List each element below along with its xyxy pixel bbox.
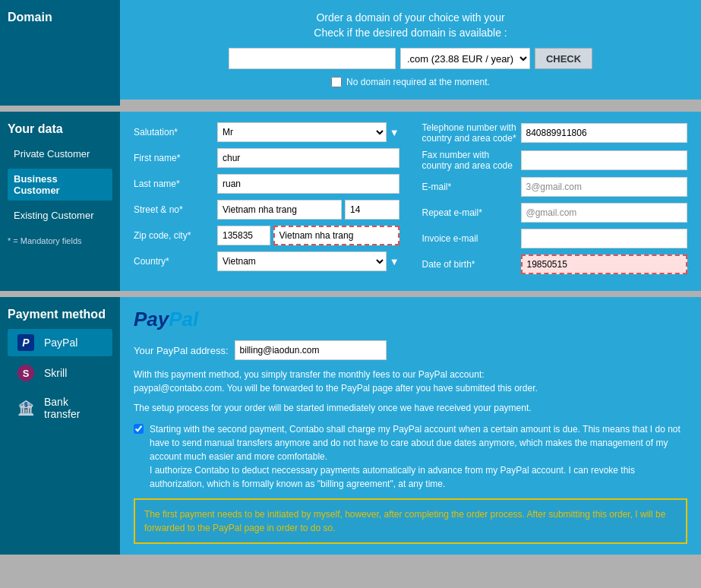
payment-nav-paypal[interactable]: P PayPal xyxy=(8,329,112,356)
first-payment-notice: The first payment needs to be initiated … xyxy=(134,498,687,544)
paypal-desc1: With this payment method, you simply tra… xyxy=(134,368,687,395)
fax-label: Fax number with country and area code xyxy=(422,150,521,171)
country-select[interactable]: Vietnam xyxy=(217,251,387,271)
country-row: Country* Vietnam ▼ xyxy=(134,251,399,271)
street-row: Street & no* xyxy=(134,200,399,220)
invoice-email-input[interactable] xyxy=(521,229,688,248)
sidebar-item-private[interactable]: Private Customer xyxy=(8,144,112,164)
phone-label: Telephone number with country and area c… xyxy=(422,122,521,144)
fax-row: Fax number with country and area code xyxy=(422,150,688,171)
country-label: Country* xyxy=(134,256,217,267)
auto-charge-text: Starting with the second payment, Contab… xyxy=(150,422,687,491)
city-input[interactable] xyxy=(273,226,399,245)
mandatory-note: * = Mandatory fields xyxy=(8,236,112,245)
firstname-input[interactable] xyxy=(217,148,399,168)
repeat-email-row: Repeat e-mail* xyxy=(422,203,688,223)
salutation-label: Salutation* xyxy=(134,127,217,138)
domain-extension-select[interactable]: .com (23.88 EUR / year) .net (14.99 EUR … xyxy=(400,48,530,69)
payment-sidebar: Payment method P PayPal S Skrill 🏦 Bank … xyxy=(0,297,120,555)
lastname-input[interactable] xyxy=(217,174,399,194)
zip-label: Zip code, city* xyxy=(134,230,217,241)
paypal-logo: PayPal xyxy=(134,308,687,331)
sidebar-item-existing[interactable]: Existing Customer xyxy=(8,205,112,226)
email-input[interactable] xyxy=(521,177,688,197)
dob-input[interactable] xyxy=(521,254,688,274)
zip-input[interactable] xyxy=(217,226,270,245)
paypal-desc2: The setup process for your order will be… xyxy=(134,401,687,415)
domain-heading: Order a domain of your choice with your … xyxy=(134,11,687,40)
phone-row: Telephone number with country and area c… xyxy=(422,122,688,144)
salutation-arrow: ▼ xyxy=(390,127,399,138)
email-label: E-mail* xyxy=(422,182,521,192)
domain-main: Order a domain of your choice with your … xyxy=(120,0,701,100)
firstname-label: First name* xyxy=(134,153,217,163)
phone-input[interactable] xyxy=(521,123,688,143)
no-domain-label: No domain required at the moment. xyxy=(346,77,490,87)
zip-row: Zip code, city* xyxy=(134,226,399,245)
no-domain-checkbox[interactable] xyxy=(331,77,342,87)
form-left-col: Salutation* Mr Mrs ▼ First name* Last na… xyxy=(134,122,399,280)
your-data-title: Your data xyxy=(8,122,112,136)
bank-nav-label: Bank transfer xyxy=(44,396,105,420)
dob-row: Date of birth* xyxy=(422,254,688,274)
invoice-email-row: Invoice e-mail xyxy=(422,229,688,248)
paypal-address-input[interactable] xyxy=(235,340,387,360)
payment-nav-skrill[interactable]: S Skrill xyxy=(8,359,112,387)
salutation-select[interactable]: Mr Mrs xyxy=(217,122,387,142)
repeat-email-label: Repeat e-mail* xyxy=(422,207,521,218)
country-arrow: ▼ xyxy=(390,256,399,267)
sidebar-item-business[interactable]: Business Customer xyxy=(8,169,112,201)
auto-charge-checkbox[interactable] xyxy=(134,424,144,434)
your-data-main: Salutation* Mr Mrs ▼ First name* Last na… xyxy=(120,112,701,291)
domain-sidebar: Domain xyxy=(0,0,120,106)
invoice-email-label: Invoice e-mail xyxy=(422,233,521,244)
no-domain-row: No domain required at the moment. xyxy=(134,77,687,87)
auto-charge-row: Starting with the second payment, Contab… xyxy=(134,422,687,491)
domain-search-row: .com (23.88 EUR / year) .net (14.99 EUR … xyxy=(134,48,687,69)
firstname-row: First name* xyxy=(134,148,399,168)
form-right-col: Telephone number with country and area c… xyxy=(422,122,688,280)
bank-nav-icon: 🏦 xyxy=(15,400,36,416)
skrill-nav-label: Skrill xyxy=(44,367,67,379)
fax-input[interactable] xyxy=(521,150,688,170)
skrill-nav-icon: S xyxy=(15,365,36,381)
your-data-sidebar: Your data Private Customer Business Cust… xyxy=(0,112,120,291)
street-no-input[interactable] xyxy=(345,200,399,220)
paypal-nav-icon: P xyxy=(15,335,36,350)
repeat-email-input[interactable] xyxy=(521,203,688,223)
paypal-nav-label: PayPal xyxy=(44,337,77,349)
check-domain-button[interactable]: CHECK xyxy=(535,48,592,69)
zip-inputs xyxy=(217,226,399,245)
paypal-logo-pal: Pal xyxy=(169,308,198,330)
paypal-logo-pay: Pay xyxy=(134,308,169,330)
payment-nav-bank[interactable]: 🏦 Bank transfer xyxy=(8,390,112,426)
paypal-address-label: Your PayPal address: xyxy=(134,345,229,356)
dob-label: Date of birth* xyxy=(422,259,521,270)
salutation-row: Salutation* Mr Mrs ▼ xyxy=(134,122,399,142)
form-grid: Salutation* Mr Mrs ▼ First name* Last na… xyxy=(134,122,687,280)
street-input[interactable] xyxy=(217,200,342,220)
domain-search-input[interactable] xyxy=(229,48,396,69)
domain-title: Domain xyxy=(8,11,112,24)
street-inputs xyxy=(217,200,399,220)
street-label: Street & no* xyxy=(134,204,217,215)
payment-main: PayPal Your PayPal address: With this pa… xyxy=(120,297,701,555)
email-row: E-mail* xyxy=(422,177,688,197)
lastname-label: Last name* xyxy=(134,179,217,189)
payment-title: Payment method xyxy=(8,308,112,321)
lastname-row: Last name* xyxy=(134,174,399,194)
paypal-address-row: Your PayPal address: xyxy=(134,340,687,360)
